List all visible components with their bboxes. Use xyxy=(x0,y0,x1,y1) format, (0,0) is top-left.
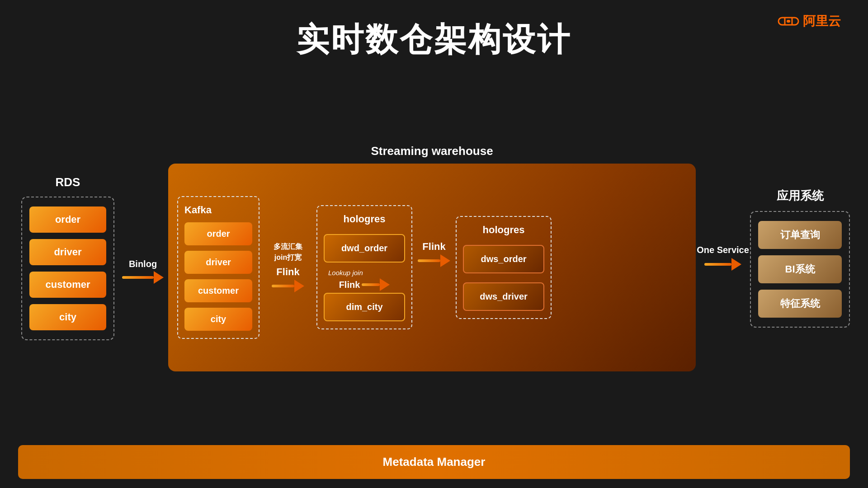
one-service-label: One Service xyxy=(697,245,749,255)
flink1-arrow-head xyxy=(294,280,304,292)
streaming-inner: Kafka order driver customer city 多流汇集 jo… xyxy=(177,196,687,339)
rds-order: order xyxy=(29,206,106,233)
flink3-arrow xyxy=(362,278,390,291)
rds-customer: customer xyxy=(29,272,106,298)
flink1-area: 多流汇集 join打宽 Flink xyxy=(263,242,313,292)
rds-box: order driver customer city xyxy=(21,197,114,340)
flink1-label: Flink xyxy=(276,266,299,278)
hologres2-inner: dws_order dws_driver xyxy=(463,245,544,311)
main-content: RDS order driver customer city Binlog St… xyxy=(18,72,850,443)
hologres1-label: hologres xyxy=(344,213,386,225)
join-expand-label: join打宽 xyxy=(274,253,302,263)
app-section: 应用系统 订单查询 BI系统 特征系统 xyxy=(750,188,850,328)
streaming-box: Kafka order driver customer city 多流汇集 jo… xyxy=(168,164,696,371)
binlog-arrow-section: Binlog xyxy=(118,259,168,284)
app-dashed-box: 订单查询 BI系统 特征系统 xyxy=(750,211,850,328)
kafka-buttons: order driver customer city xyxy=(184,222,252,331)
binlog-arrow-shaft xyxy=(122,276,154,279)
flink2-arrow-head xyxy=(440,254,450,267)
kafka-section: Kafka order driver customer city xyxy=(177,196,259,339)
binlog-label: Binlog xyxy=(129,259,157,269)
dim-city-btn: dim_city xyxy=(324,293,405,321)
flink3-arrow-shaft xyxy=(362,283,380,286)
kafka-customer: customer xyxy=(184,279,252,302)
kafka-city: city xyxy=(184,308,252,331)
page-title: 实时数仓架构设计 xyxy=(0,18,868,61)
flink2-label: Flink xyxy=(422,241,445,253)
one-service-arrow-head xyxy=(731,258,741,271)
flink3-arrow-head xyxy=(380,278,390,291)
streaming-label: Streaming warehouse xyxy=(371,144,493,158)
binlog-arrow-head xyxy=(154,271,164,284)
flink2-arrow xyxy=(418,254,450,267)
one-service-arrow-shaft xyxy=(704,263,731,266)
one-service-arrow xyxy=(704,258,741,271)
hologres1-inner: dwd_order Lookup join Flink xyxy=(324,234,405,321)
rds-label: RDS xyxy=(56,175,80,189)
rds-section: RDS order driver customer city xyxy=(18,175,118,340)
hologres2-label: hologres xyxy=(483,224,525,236)
streaming-section: Streaming warehouse Kafka order driver c… xyxy=(168,144,696,371)
flink1-arrow-shaft xyxy=(272,285,294,287)
multi-stream-label: 多流汇集 xyxy=(274,242,302,251)
metadata-bar: Metadata Manager xyxy=(18,445,850,479)
hologres1-section: hologres dwd_order Lookup join Flink xyxy=(316,205,412,329)
one-service-section: One Service xyxy=(696,245,750,271)
app-bi: BI系统 xyxy=(758,255,842,283)
flink2-area: Flink xyxy=(416,241,452,267)
dwd-order-btn: dwd_order xyxy=(324,234,405,263)
rds-driver: driver xyxy=(29,239,106,265)
binlog-arrow xyxy=(122,271,164,284)
app-label: 应用系统 xyxy=(777,188,824,204)
lookup-join-label: Lookup join xyxy=(328,269,363,277)
flink3-area: Flink xyxy=(339,278,390,291)
app-order-query: 订单查询 xyxy=(758,221,842,249)
flink1-arrow xyxy=(272,280,304,292)
dws-driver-btn: dws_driver xyxy=(463,282,544,311)
metadata-label: Metadata Manager xyxy=(383,455,486,469)
lookup-area: Lookup join Flink dim_city xyxy=(324,269,405,321)
hologres2-section: hologres dws_order dws_driver xyxy=(456,216,552,319)
flink2-arrow-shaft xyxy=(418,259,440,262)
app-feature: 特征系统 xyxy=(758,290,842,318)
rds-city: city xyxy=(29,304,106,330)
dws-order-btn: dws_order xyxy=(463,245,544,273)
kafka-driver: driver xyxy=(184,251,252,274)
kafka-label: Kafka xyxy=(184,204,252,216)
kafka-order: order xyxy=(184,222,252,245)
flink3-label: Flink xyxy=(339,280,360,290)
